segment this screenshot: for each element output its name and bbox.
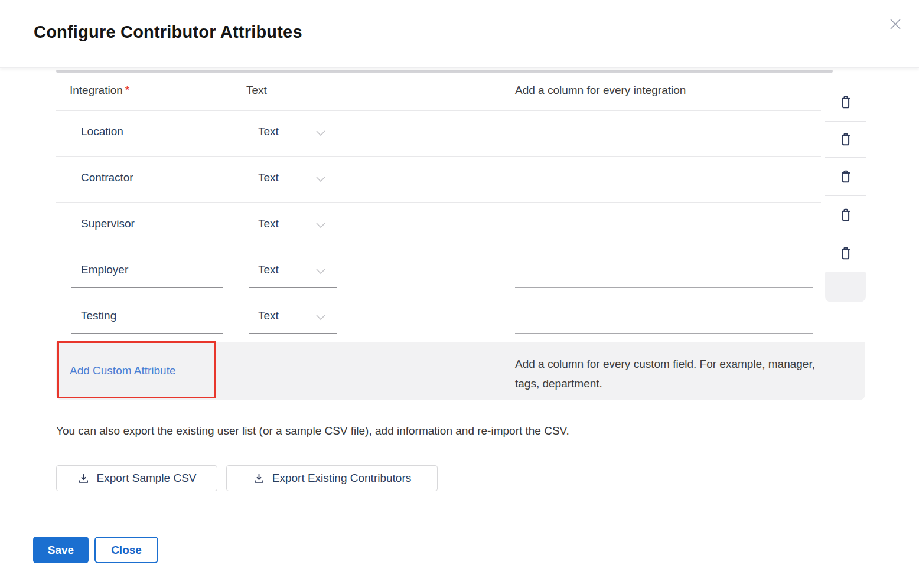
trash-icon (838, 132, 853, 147)
chevron-down-icon (315, 176, 327, 183)
table-row: Contractor Text (0, 157, 919, 203)
export-existing-contributors-button[interactable]: Export Existing Contributors (226, 465, 438, 491)
name-input-underline (71, 333, 223, 334)
trash-icon (838, 246, 853, 261)
chevron-down-icon (315, 130, 327, 137)
close-button[interactable]: Close (94, 537, 158, 563)
delete-column-empty-cell (825, 272, 866, 302)
description-input[interactable] (515, 333, 813, 334)
add-custom-attribute-link[interactable]: Add Custom Attribute (70, 364, 176, 377)
custom-attribute-footer-row: Add Custom Attribute Add a column for ev… (56, 342, 865, 400)
configure-contributor-attributes-modal: Configure Contributor Attributes Integra… (0, 0, 919, 588)
close-icon[interactable] (887, 16, 904, 32)
export-existing-contributors-label: Export Existing Contributors (272, 472, 412, 485)
type-select-underline (249, 333, 337, 334)
table-row: Location Text (0, 111, 919, 157)
save-button[interactable]: Save (33, 537, 89, 563)
table-row: Employer Text (0, 249, 919, 295)
page-title: Configure Contributor Attributes (34, 22, 302, 42)
description-input[interactable] (515, 287, 813, 288)
horizontal-scrollbar[interactable] (56, 70, 833, 73)
name-input-underline (71, 149, 223, 149)
download-icon (77, 472, 90, 485)
attribute-name-input[interactable]: Supervisor (81, 217, 135, 230)
delete-row-button[interactable] (825, 234, 866, 272)
attribute-name-input[interactable]: Contractor (81, 171, 133, 184)
type-select-underline (249, 149, 337, 149)
delete-row-button[interactable] (825, 195, 866, 234)
attribute-description-label: Add a column for every integration (515, 84, 686, 97)
trash-icon (838, 94, 853, 110)
type-select-underline (249, 195, 337, 195)
attribute-name-input[interactable]: Testing (81, 309, 116, 322)
name-input-underline (71, 195, 223, 195)
attribute-name-input[interactable]: Employer (81, 263, 128, 276)
type-select[interactable]: Text (258, 263, 279, 276)
required-asterisk: * (125, 84, 129, 96)
custom-field-description: Add a column for every custom field. For… (515, 354, 822, 393)
description-input[interactable] (515, 241, 813, 241)
trash-icon (838, 207, 853, 223)
type-select[interactable]: Text (258, 309, 279, 322)
table-row-integration: Integration* Text Add a column for every… (0, 74, 919, 111)
attribute-type-label: Text (246, 84, 267, 97)
type-select[interactable]: Text (258, 125, 279, 138)
export-sample-csv-label: Export Sample CSV (97, 472, 197, 485)
name-input-underline (71, 287, 223, 288)
description-input[interactable] (515, 149, 813, 149)
chevron-down-icon (315, 222, 327, 229)
chevron-down-icon (315, 268, 327, 275)
type-select-underline (249, 241, 337, 241)
table-row: Testing Text (0, 295, 919, 342)
export-note: You can also export the existing user li… (56, 424, 569, 437)
delete-row-button[interactable] (825, 83, 866, 121)
modal-header: Configure Contributor Attributes (0, 0, 919, 68)
name-input-underline (71, 241, 223, 241)
download-icon (253, 472, 265, 485)
delete-row-button[interactable] (825, 157, 866, 195)
table-row: Supervisor Text (0, 203, 919, 249)
delete-row-button[interactable] (825, 121, 866, 157)
type-select[interactable]: Text (258, 171, 279, 184)
type-select-underline (249, 287, 337, 288)
type-select[interactable]: Text (258, 217, 279, 230)
attribute-name-input[interactable]: Location (81, 125, 123, 138)
chevron-down-icon (315, 314, 327, 321)
attribute-name-label: Integration* (70, 84, 129, 97)
trash-icon (838, 169, 853, 184)
description-input[interactable] (515, 195, 813, 195)
export-sample-csv-button[interactable]: Export Sample CSV (56, 465, 217, 491)
